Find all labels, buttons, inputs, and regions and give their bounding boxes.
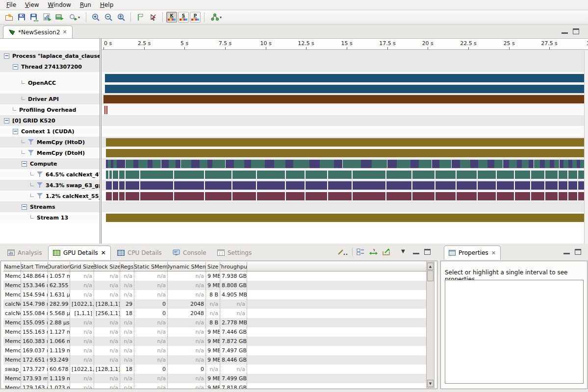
- collapse-expander-icon[interactable]: −: [22, 161, 27, 167]
- timeline-interval-bar[interactable]: [577, 160, 580, 168]
- table-row[interactable]: Memcpy169.037 ms1.119 msn/an/an/an/an/a9…: [3, 346, 428, 355]
- timeline-interval-bar[interactable]: [212, 160, 225, 168]
- column-header-dynamic-smem[interactable]: Dynamic SMem: [168, 262, 206, 271]
- timeline-tree-row[interactable]: OpenACC: [0, 72, 100, 94]
- timeline-interval-bar[interactable]: [432, 160, 440, 168]
- tab-settings[interactable]: Settings: [213, 245, 256, 260]
- timeline-interval-bar[interactable]: [176, 160, 180, 168]
- timeline-interval-bar[interactable]: [540, 160, 545, 168]
- close-tab-icon[interactable]: ✕: [101, 249, 106, 256]
- menu-item-run[interactable]: Run: [76, 0, 96, 9]
- zoom-out-button[interactable]: [102, 11, 114, 23]
- timeline-interval-bar[interactable]: [126, 160, 133, 168]
- timeline-interval-bar[interactable]: [117, 160, 125, 168]
- timeline-lane[interactable]: [102, 72, 584, 94]
- column-header-throughput[interactable]: Throughput: [220, 262, 247, 271]
- timeline-interval-bar[interactable]: [161, 160, 169, 168]
- column-header-block-size[interactable]: Block Size: [94, 262, 120, 271]
- export-session-button[interactable]: [54, 11, 66, 23]
- timeline-interval-bar[interactable]: [103, 95, 584, 103]
- timeline-interval-bar[interactable]: [226, 160, 234, 168]
- kernel-timing-p-button[interactable]: P: [190, 12, 201, 23]
- run-analysis-button[interactable]: ▾: [208, 11, 225, 23]
- timeline-interval-bar[interactable]: [419, 160, 432, 168]
- filter-funnel-icon[interactable]: [37, 193, 43, 199]
- timeline-tree-row[interactable]: −Context 1 (CUDA): [0, 126, 100, 137]
- timeline-interval-bar[interactable]: [509, 160, 517, 168]
- timeline-interval-bar[interactable]: [372, 160, 387, 168]
- minimize-panel-button[interactable]: [413, 250, 419, 254]
- timeline-interval-bar[interactable]: [106, 138, 584, 147]
- menu-item-window[interactable]: Window: [44, 0, 76, 9]
- column-header-start-time[interactable]: Start Time: [21, 262, 48, 271]
- timeline-interval-bar[interactable]: [265, 160, 274, 168]
- table-row[interactable]: Memcpy155.095 ms2.88 µsn/an/an/an/an/a8 …: [3, 318, 428, 327]
- minimize-properties-button[interactable]: [563, 250, 570, 254]
- timeline-tree-row[interactable]: MemCpy (DtoH): [0, 147, 100, 158]
- timeline-tree-row[interactable]: Driver API: [0, 94, 100, 104]
- time-axis[interactable]: 0 s2.5 s5 s7.5 s10 s12.5 s15 s17.5 s20 s…: [102, 39, 588, 50]
- timeline-interval-bar[interactable]: [106, 192, 584, 200]
- generate-report-button[interactable]: [41, 11, 53, 23]
- timeline-flag-button[interactable]: [134, 11, 146, 23]
- maximize-panel-button[interactable]: [424, 249, 431, 255]
- timeline-interval-bar[interactable]: [560, 160, 563, 168]
- tab-gpu-details[interactable]: GPU Details✕: [48, 245, 111, 260]
- timeline-interval-bar[interactable]: [460, 160, 470, 168]
- timeline-interval-bar[interactable]: [181, 160, 191, 168]
- collapse-expander-icon[interactable]: −: [13, 64, 18, 70]
- timeline-interval-bar[interactable]: [106, 214, 584, 222]
- table-row[interactable]: Memcpy148.864 ms1.057 msn/an/an/an/an/a9…: [3, 271, 428, 281]
- scroll-down-button[interactable]: ▼: [427, 380, 434, 387]
- timeline-interval-bar[interactable]: [148, 160, 153, 168]
- column-header-grid-size[interactable]: Grid Size: [70, 262, 94, 271]
- zoom-fit-button[interactable]: [115, 11, 127, 23]
- timeline-lane[interactable]: [102, 158, 584, 169]
- tab-console[interactable]: Console: [168, 245, 211, 260]
- timeline-tree-row[interactable]: Stream 13: [0, 212, 100, 223]
- table-row[interactable]: Memcpy153.346 ms62.355 µsn/an/an/an/an/a…: [3, 281, 428, 290]
- timeline-interval-bar[interactable]: [343, 160, 361, 168]
- timeline-tree-row[interactable]: Profiling Overhead: [0, 104, 100, 115]
- column-header-name[interactable]: Name: [3, 262, 21, 271]
- collapse-expander-icon[interactable]: −: [13, 129, 18, 134]
- timeline-lane[interactable]: [102, 201, 584, 212]
- timeline-interval-bar[interactable]: [494, 160, 503, 168]
- timeline-interval-bar[interactable]: [522, 160, 529, 168]
- timeline-interval-bar[interactable]: [534, 160, 540, 168]
- close-tab-icon[interactable]: ✕: [491, 250, 496, 256]
- timeline-tree-row[interactable]: −Thread 2741307200: [0, 61, 100, 72]
- collapse-expander-icon[interactable]: −: [4, 53, 9, 59]
- timeline-interval-bar[interactable]: [133, 160, 138, 168]
- column-header-size[interactable]: Size: [206, 262, 220, 271]
- timeline-lane[interactable]: [102, 137, 584, 147]
- menu-item-file[interactable]: File: [2, 0, 21, 9]
- column-header-static-smem[interactable]: Static SMem: [134, 262, 168, 271]
- timeline-interval-bar[interactable]: [452, 160, 460, 168]
- timeline-interval-bar[interactable]: [106, 149, 584, 157]
- timeline-tree-row[interactable]: −Compute: [0, 158, 100, 169]
- timeline-interval-bar[interactable]: [251, 160, 265, 168]
- timeline-interval-bar[interactable]: [361, 160, 372, 168]
- overhead-mark-bar[interactable]: [106, 106, 107, 114]
- new-session-button[interactable]: [3, 11, 15, 23]
- timeline-interval-bar[interactable]: [334, 160, 342, 168]
- timeline-interval-bar[interactable]: [554, 160, 559, 168]
- timeline-interval-bar[interactable]: [397, 160, 410, 168]
- view-menu-icon[interactable]: ▼: [401, 248, 405, 254]
- export-details-icon[interactable]: [382, 248, 391, 256]
- tab-properties[interactable]: Properties ✕: [444, 245, 501, 260]
- timeline-interval-bar[interactable]: [503, 160, 509, 168]
- timeline-interval-bar[interactable]: [478, 160, 487, 168]
- group-by-icon[interactable]: [357, 248, 365, 256]
- timeline-interval-bar[interactable]: [410, 160, 419, 168]
- timeline-vertical-scrollbar[interactable]: [584, 50, 588, 244]
- filter-funnel-icon[interactable]: [37, 172, 43, 177]
- timeline-tree-row[interactable]: −[0] GRID K520: [0, 115, 100, 126]
- timeline-interval-bar[interactable]: [153, 160, 161, 168]
- table-row[interactable]: Memcpy160.383 ms1.066 msn/an/an/an/an/a9…: [3, 337, 428, 346]
- timeline-interval-bar[interactable]: [105, 85, 584, 93]
- timeline-interval-bar[interactable]: [550, 160, 554, 168]
- zoom-tool-button[interactable]: ▾: [67, 11, 82, 23]
- save-all-button[interactable]: [28, 11, 40, 23]
